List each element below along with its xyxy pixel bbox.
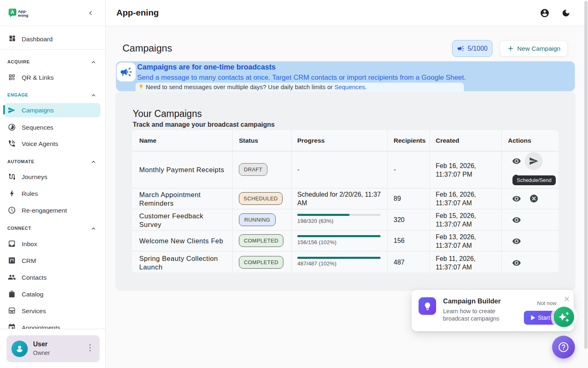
svg-text:A: A	[11, 9, 14, 15]
